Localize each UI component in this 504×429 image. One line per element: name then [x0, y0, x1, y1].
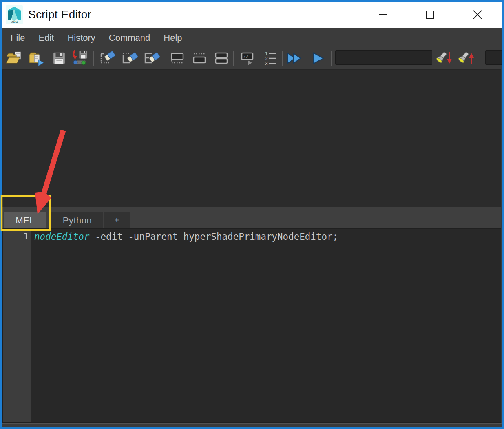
- clear-input-button[interactable]: [120, 49, 139, 68]
- maximize-icon: [424, 9, 435, 20]
- execute-all-icon: [285, 50, 305, 67]
- toolbar-separator: [164, 51, 164, 66]
- show-history-panel-icon: [169, 50, 186, 67]
- source-script-button[interactable]: [27, 49, 46, 68]
- execute-all-button[interactable]: [285, 49, 306, 68]
- title-bar: MAYA Script Editor: [2, 1, 502, 28]
- toolbar-separator: [233, 51, 234, 66]
- add-tab-icon: +: [114, 216, 119, 225]
- save-script-button[interactable]: [50, 49, 69, 68]
- clear-all-icon: [143, 50, 160, 67]
- tab-python-label: Python: [63, 215, 92, 226]
- execute-icon: [310, 50, 327, 67]
- echo-all-commands-button[interactable]: //: [238, 49, 257, 68]
- script-editor-window: MAYA Script Editor File Edit History Com…: [0, 0, 504, 429]
- show-history-panel-button[interactable]: [168, 49, 187, 68]
- save-script-to-shelf-icon: [71, 50, 88, 67]
- toolbar-separator: [331, 51, 332, 66]
- toolbar: // 1 2 3: [2, 47, 502, 69]
- search-up-icon: [457, 50, 475, 67]
- source-script-icon: [28, 50, 45, 67]
- svg-text://: //: [243, 54, 248, 59]
- tab-mel[interactable]: MEL: [4, 212, 46, 228]
- menu-edit[interactable]: Edit: [38, 33, 54, 43]
- execute-button[interactable]: [309, 49, 328, 68]
- menu-bar: File Edit History Command Help: [2, 28, 502, 47]
- search-down-icon: [435, 50, 453, 67]
- show-both-panels-button[interactable]: [212, 49, 231, 68]
- history-output-panel[interactable]: [2, 69, 501, 207]
- code-text: -edit -unParent hyperShadePrimaryNodeEdi…: [89, 231, 338, 242]
- script-input-editor[interactable]: 1 nodeEditor -edit -unParent hyperShadeP…: [2, 228, 501, 423]
- clear-history-icon: [99, 50, 116, 67]
- show-line-numbers-button[interactable]: 1 2 3: [261, 49, 280, 68]
- toolbar-separator: [481, 51, 481, 66]
- clear-input-icon: [121, 50, 138, 67]
- svg-text:MAYA: MAYA: [11, 21, 18, 24]
- maximize-button[interactable]: [420, 5, 440, 24]
- bottom-strip: [2, 423, 502, 427]
- code-keyword: nodeEditor: [34, 231, 89, 242]
- echo-all-commands-icon: //: [239, 50, 256, 67]
- menu-file[interactable]: File: [11, 33, 25, 43]
- save-script-to-shelf-button[interactable]: [70, 49, 89, 68]
- code-area[interactable]: nodeEditor -edit -unParent hyperShadePri…: [31, 229, 501, 422]
- search-input[interactable]: [335, 50, 432, 65]
- open-script-button[interactable]: [5, 49, 24, 68]
- toolbar-separator: [93, 51, 94, 66]
- show-input-panel-button[interactable]: [190, 49, 209, 68]
- search-down-button[interactable]: [435, 49, 453, 68]
- menu-history[interactable]: History: [67, 33, 95, 43]
- tab-python[interactable]: Python: [51, 212, 103, 228]
- show-input-panel-icon: [191, 50, 208, 67]
- clear-all-button[interactable]: [142, 49, 161, 68]
- toolbar-right-field[interactable]: [485, 50, 502, 65]
- minimize-icon: [378, 9, 389, 20]
- maya-logo-icon: MAYA: [6, 5, 23, 24]
- svg-text:3: 3: [265, 61, 268, 66]
- close-icon: [472, 9, 483, 20]
- close-button[interactable]: [468, 5, 487, 24]
- show-both-panels-icon: [213, 50, 230, 67]
- menu-command[interactable]: Command: [109, 33, 150, 43]
- menu-help[interactable]: Help: [164, 33, 182, 43]
- line-number: 1: [3, 231, 31, 242]
- tab-add-new[interactable]: +: [104, 212, 130, 228]
- search-up-button[interactable]: [457, 49, 475, 68]
- line-number-gutter: 1: [3, 229, 31, 422]
- minimize-button[interactable]: [374, 5, 393, 24]
- toolbar-separator: [282, 51, 283, 66]
- window-title: Script Editor: [28, 8, 91, 21]
- tab-bar: MEL Python +: [2, 207, 501, 228]
- clear-history-button[interactable]: [98, 49, 117, 68]
- show-line-numbers-icon: 1 2 3: [262, 50, 279, 67]
- open-script-icon: [6, 50, 23, 67]
- tab-mel-label: MEL: [15, 215, 35, 226]
- save-script-icon: [51, 51, 67, 66]
